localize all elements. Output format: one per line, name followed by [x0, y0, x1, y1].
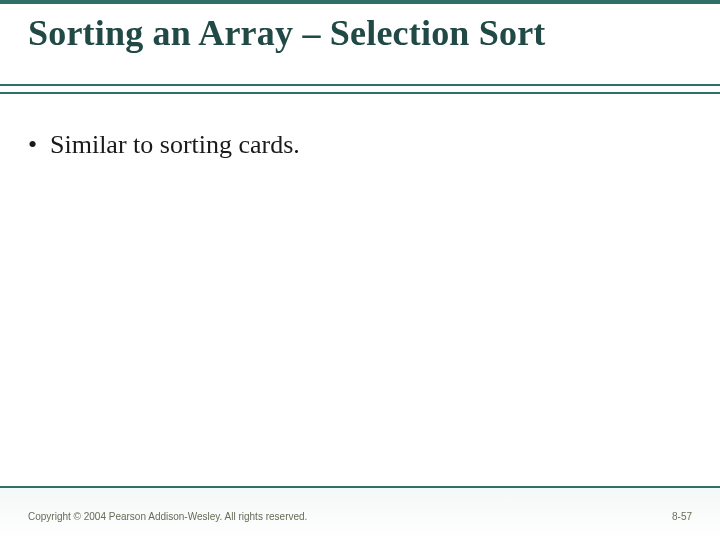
title-bar: Sorting an Array – Selection Sort: [0, 0, 720, 94]
page-number: 8-57: [672, 511, 692, 522]
bullet-item: Similar to sorting cards.: [28, 128, 692, 162]
bullet-list: Similar to sorting cards.: [28, 128, 692, 162]
slide-title: Sorting an Array – Selection Sort: [28, 14, 692, 54]
footer: Copyright © 2004 Pearson Addison-Wesley.…: [28, 511, 692, 522]
copyright-text: Copyright © 2004 Pearson Addison-Wesley.…: [28, 511, 307, 522]
slide: Sorting an Array – Selection Sort Simila…: [0, 0, 720, 540]
slide-body: Similar to sorting cards.: [0, 94, 720, 162]
